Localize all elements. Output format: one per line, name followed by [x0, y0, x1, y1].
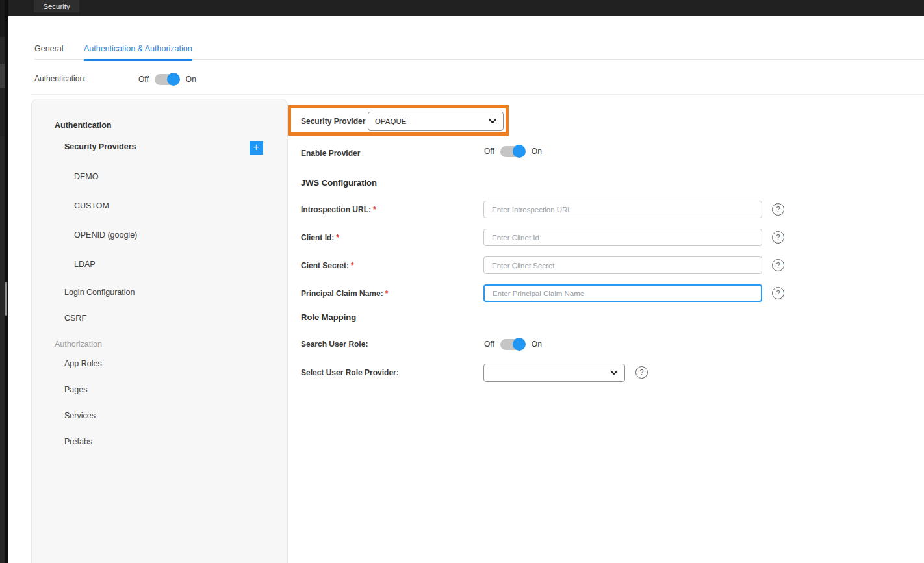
sidebar-item-app-roles[interactable]: App Roles: [64, 359, 102, 369]
security-provider-value: OPAQUE: [375, 118, 406, 125]
tab-general[interactable]: General: [34, 44, 63, 59]
left-activity-rail: [0, 0, 5, 563]
sidebar-item-pages[interactable]: Pages: [64, 385, 87, 395]
security-provider-select[interactable]: OPAQUE: [368, 112, 504, 131]
label-text: Introspection URL:: [301, 205, 371, 214]
toggle-on-label: On: [532, 340, 542, 349]
toggle-off-label: Off: [484, 147, 494, 156]
toggle-off-label: Off: [138, 75, 149, 84]
sidebar-item-ldap[interactable]: LDAP: [74, 260, 96, 269]
required-asterisk: *: [351, 261, 354, 270]
sidebar-item-custom[interactable]: CUSTOM: [74, 201, 109, 211]
authentication-label: Authentication:: [34, 73, 86, 84]
rail-segment: [0, 64, 5, 88]
user-role-provider-select[interactable]: [483, 364, 625, 382]
sidebar-section-authentication: Authentication: [55, 121, 112, 131]
required-asterisk: *: [336, 233, 339, 242]
help-icon[interactable]: ?: [635, 366, 648, 379]
sidebar-item-prefabs[interactable]: Prefabs: [64, 437, 92, 447]
toggle-track[interactable]: [500, 339, 524, 350]
help-icon[interactable]: ?: [772, 203, 784, 216]
toggle-track[interactable]: [500, 146, 524, 157]
sidebar-item-demo[interactable]: DEMO: [74, 172, 99, 182]
introspection-url-input[interactable]: [483, 201, 762, 218]
introspection-url-label: Introspection URL:*: [301, 205, 376, 215]
rail-segment: [0, 0, 5, 37]
role-mapping-heading: Role Mapping: [301, 312, 356, 323]
jws-configuration-heading: JWS Configuration: [301, 177, 377, 188]
toggle-on-label: On: [532, 147, 542, 156]
required-asterisk: *: [385, 289, 389, 298]
sidebar-item-csrf[interactable]: CSRF: [64, 314, 86, 323]
label-text: Client Id:: [301, 233, 334, 242]
section-divider: [31, 94, 924, 95]
sidebar-item-services[interactable]: Services: [64, 411, 96, 421]
enable-provider-toggle[interactable]: Off On: [484, 145, 542, 158]
toggle-knob: [167, 73, 180, 86]
toggle-knob: [513, 338, 526, 351]
tab-authentication-authorization[interactable]: Authentication & Authorization: [84, 44, 192, 61]
sidebar-section-authorization: Authorization: [55, 340, 102, 349]
scrollbar-thumb[interactable]: [5, 282, 7, 316]
rail-segment: [0, 88, 5, 136]
security-nav-panel: Authentication Security Providers + DEMO…: [31, 99, 288, 563]
security-provider-label: Security Provider: [301, 116, 365, 127]
client-secret-input[interactable]: [483, 256, 762, 274]
client-id-label: Client Id:*: [301, 232, 339, 243]
principal-claim-name-input[interactable]: [483, 284, 762, 302]
principal-claim-name-label: Principal Claim Name:*: [301, 288, 388, 299]
enable-provider-label: Enable Provider: [301, 148, 360, 158]
help-icon[interactable]: ?: [772, 287, 784, 299]
authentication-toggle[interactable]: Off On: [138, 73, 196, 86]
chevron-down-icon: [489, 119, 496, 124]
label-text: Cient Secret:: [301, 261, 349, 270]
security-dialog-tab[interactable]: Security: [34, 0, 79, 12]
required-asterisk: *: [373, 205, 376, 214]
help-icon[interactable]: ?: [772, 231, 784, 244]
toggle-off-label: Off: [484, 340, 494, 349]
help-icon[interactable]: ?: [772, 259, 784, 271]
sidebar-item-openid-google[interactable]: OPENID (google): [74, 231, 137, 240]
top-bar: Security: [8, 0, 924, 16]
tab-bar: General Authentication & Authorization: [34, 42, 924, 60]
label-text: Principal Claim Name:: [301, 289, 383, 298]
client-id-input[interactable]: [483, 229, 762, 246]
client-secret-label: Cient Secret:*: [301, 260, 354, 271]
select-user-role-provider-label: Select User Role Provider:: [301, 368, 399, 378]
toggle-knob: [513, 145, 526, 158]
toggle-on-label: On: [186, 75, 196, 84]
main-content: General Authentication & Authorization A…: [8, 16, 924, 563]
toggle-track[interactable]: [155, 74, 179, 85]
sidebar-item-security-providers[interactable]: Security Providers: [64, 142, 136, 152]
add-provider-button[interactable]: +: [250, 141, 263, 155]
search-user-role-toggle[interactable]: Off On: [484, 338, 542, 351]
chevron-down-icon: [610, 370, 618, 375]
search-user-role-label: Search User Role:: [301, 339, 368, 349]
sidebar-item-login-configuration[interactable]: Login Configuration: [64, 288, 135, 297]
